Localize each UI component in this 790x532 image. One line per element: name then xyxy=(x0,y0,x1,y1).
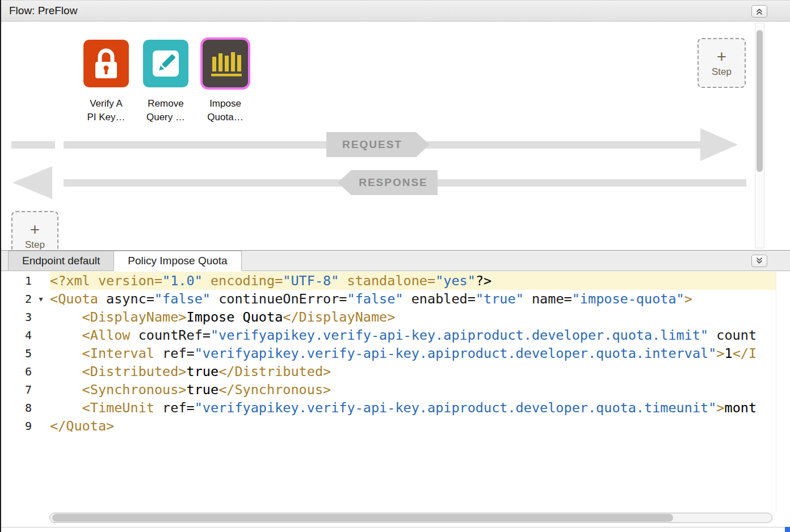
editor-right-edge xyxy=(776,271,776,513)
code-line[interactable]: 7 <Synchronous>true</Synchronous> xyxy=(1,381,776,399)
fold-spacer xyxy=(32,381,50,399)
flow-scrollbar-thumb[interactable] xyxy=(757,30,763,172)
line-number: 8 xyxy=(1,399,32,417)
scroll-corner-accent xyxy=(785,527,790,532)
policy-remove-query[interactable]: Remove Query … xyxy=(143,40,188,124)
line-gutter: 3 xyxy=(1,308,50,326)
policy-label-line: PI Key… xyxy=(83,111,129,124)
line-number: 1 xyxy=(1,272,32,290)
code-text[interactable]: <Interval ref="verifyapikey.verify-api-k… xyxy=(50,344,776,362)
policy-label-line: Query … xyxy=(143,111,188,124)
flow-canvas: Verify A PI Key… Remove Query … xyxy=(1,22,790,250)
code-text[interactable]: </Quota> xyxy=(50,417,776,435)
code-text[interactable]: <Distributed>true</Distributed> xyxy=(50,362,776,381)
tab-endpoint-default[interactable]: Endpoint default xyxy=(8,251,114,271)
policy-label: Verify A PI Key… xyxy=(83,97,129,124)
line-number: 7 xyxy=(1,381,32,399)
code-line[interactable]: 4 <Allow countRef="verifyapikey.verify-a… xyxy=(1,326,776,344)
code-line[interactable]: 5 <Interval ref="verifyapikey.verify-api… xyxy=(1,344,776,362)
line-number: 3 xyxy=(1,308,32,326)
code-line[interactable]: 2▾<Quota async="false" continueOnError="… xyxy=(1,290,776,308)
code-text[interactable]: <?xml version="1.0" encoding="UTF-8" sta… xyxy=(50,272,776,290)
code-line[interactable]: 3 <DisplayName>Impose Quota</DisplayName… xyxy=(1,308,776,326)
code-text[interactable]: <DisplayName>Impose Quota</DisplayName> xyxy=(50,308,776,326)
line-gutter: 7 xyxy=(1,381,50,399)
policy-impose-quota-selected[interactable]: Impose Quota… xyxy=(203,40,248,124)
editor-hscrollbar-thumb[interactable] xyxy=(52,514,673,522)
line-gutter: 5 xyxy=(1,344,50,362)
editor-tab-bar: Endpoint default Policy Impose Quota xyxy=(1,250,790,271)
policy-verify-api-key[interactable]: Verify A PI Key… xyxy=(83,40,129,124)
lock-glyph xyxy=(83,40,129,87)
code-line[interactable]: 8 <TimeUnit ref="verifyapikey.verify-api… xyxy=(1,399,776,417)
fold-spacer xyxy=(32,417,50,435)
line-number: 2 xyxy=(1,290,32,308)
plus-icon: + xyxy=(717,49,726,65)
line-gutter: 6 xyxy=(1,362,50,381)
pencil-icon xyxy=(143,40,188,87)
request-arrowhead-icon xyxy=(700,128,738,161)
flow-scrollbar-track[interactable] xyxy=(755,23,764,248)
code-lines: 1<?xml version="1.0" encoding="UTF-8" st… xyxy=(1,272,776,435)
line-gutter: 9 xyxy=(1,417,50,435)
editor-panel: Endpoint default Policy Impose Quota 1<?… xyxy=(1,250,790,532)
fold-spacer xyxy=(32,399,50,417)
fold-spacer xyxy=(32,308,50,326)
code-text[interactable]: <Quota async="false" continueOnError="fa… xyxy=(50,290,776,308)
editor-hscrollbar-track[interactable] xyxy=(49,513,772,523)
response-badge: RESPONSE xyxy=(338,170,438,195)
tab-policy-impose-quota[interactable]: Policy Impose Quota xyxy=(114,251,241,271)
xml-code-editor[interactable]: 1<?xml version="1.0" encoding="UTF-8" st… xyxy=(1,271,790,532)
fold-arrow-icon[interactable]: ▾ xyxy=(32,290,50,308)
add-step-button-response[interactable]: + Step xyxy=(11,211,58,250)
fold-spacer xyxy=(32,362,50,381)
quota-bars-icon xyxy=(203,40,248,87)
double-chevron-down-icon xyxy=(755,256,764,265)
plus-icon: + xyxy=(30,222,40,238)
response-arrowhead-icon xyxy=(12,166,52,199)
response-label: RESPONSE xyxy=(359,176,428,189)
add-step-label: Step xyxy=(712,66,732,78)
lock-icon xyxy=(83,40,129,87)
policy-label-line: Remove xyxy=(143,97,188,111)
policy-label: Remove Query … xyxy=(143,97,188,124)
double-chevron-up-icon xyxy=(755,7,764,16)
flow-panel-header: Flow: PreFlow xyxy=(1,0,790,22)
line-gutter: 2▾ xyxy=(1,290,50,308)
add-step-label: Step xyxy=(25,239,45,251)
code-text[interactable]: <Synchronous>true</Synchronous> xyxy=(50,381,776,399)
policy-label-line: Verify A xyxy=(83,97,129,111)
line-number: 9 xyxy=(1,417,32,435)
fold-spacer xyxy=(32,272,50,290)
code-line[interactable]: 6 <Distributed>true</Distributed> xyxy=(1,362,776,381)
code-line[interactable]: 9</Quota> xyxy=(1,417,776,435)
fold-spacer xyxy=(32,326,50,344)
code-line[interactable]: 1<?xml version="1.0" encoding="UTF-8" st… xyxy=(1,272,776,290)
window-bottom-strip xyxy=(1,527,790,532)
request-flow-bar-left-stub xyxy=(11,141,55,149)
collapse-editor-panel-button[interactable] xyxy=(751,255,767,267)
collapse-flow-panel-button[interactable] xyxy=(751,5,767,18)
line-gutter: 4 xyxy=(1,326,50,344)
request-badge: REQUEST xyxy=(326,132,430,157)
line-gutter: 8 xyxy=(1,399,50,417)
flow-title: Flow: PreFlow xyxy=(9,5,77,17)
code-text[interactable]: <TimeUnit ref="verifyapikey.verify-api-k… xyxy=(50,399,776,417)
policy-label-line: Impose xyxy=(203,97,248,111)
line-number: 6 xyxy=(1,362,32,381)
policy-label: Impose Quota… xyxy=(203,97,248,124)
policy-label-line: Quota… xyxy=(203,111,248,124)
add-step-button-request[interactable]: + Step xyxy=(697,38,746,88)
line-gutter: 1 xyxy=(1,272,50,290)
request-label: REQUEST xyxy=(342,138,402,151)
fold-spacer xyxy=(32,344,50,362)
api-proxy-flow-editor-window: Flow: PreFlow Verify A PI Key… xyxy=(0,0,790,532)
code-text[interactable]: <Allow countRef="verifyapikey.verify-api… xyxy=(50,326,776,344)
line-number: 4 xyxy=(1,326,32,344)
quota-bars-glyph xyxy=(203,40,248,87)
pencil-glyph xyxy=(143,40,188,87)
line-number: 5 xyxy=(1,344,32,362)
